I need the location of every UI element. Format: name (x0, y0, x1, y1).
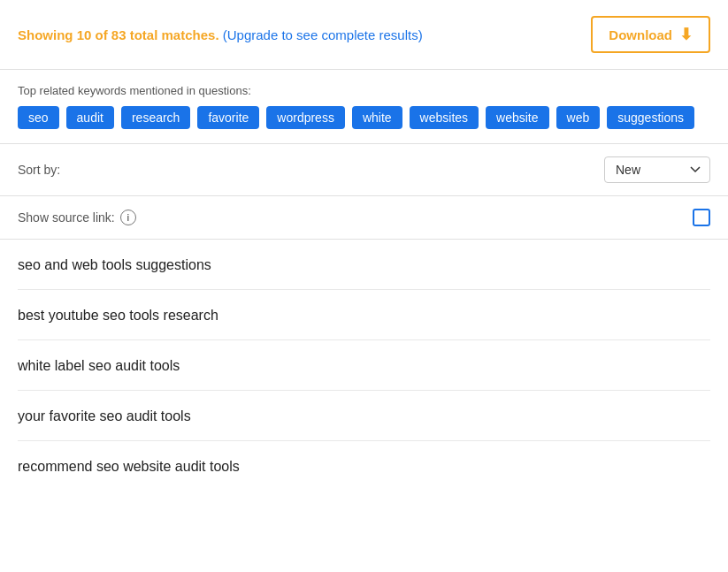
keywords-section: Top related keywords mentioned in questi… (0, 70, 728, 144)
match-count: Showing 10 of 83 total matches. (18, 27, 219, 42)
keyword-tag-suggestions[interactable]: suggestions (607, 106, 694, 129)
sort-bar: Sort by: NewTopOld (0, 144, 728, 196)
sort-label: Sort by: (18, 163, 60, 177)
source-bar: Show source link: i (0, 196, 728, 240)
top-bar: Showing 10 of 83 total matches. (Upgrade… (0, 0, 728, 70)
keyword-tag-white[interactable]: white (352, 106, 402, 129)
keywords-label: Top related keywords mentioned in questi… (18, 84, 710, 97)
download-button[interactable]: Download ⬇︎ (591, 16, 710, 53)
result-item-1: best youtube seo tools research (18, 290, 710, 340)
result-item-0: seo and web tools suggestions (18, 240, 710, 290)
result-item-3: your favorite seo audit tools (18, 391, 710, 441)
info-icon: i (120, 210, 136, 225)
keyword-tag-favorite[interactable]: favorite (197, 106, 259, 129)
source-label-text: Show source link: (18, 210, 115, 225)
sort-select-wrapper: NewTopOld (604, 156, 710, 183)
source-label: Show source link: i (18, 210, 136, 225)
keyword-tag-website[interactable]: website (486, 106, 548, 129)
keyword-tag-web[interactable]: web (556, 106, 601, 129)
keyword-tag-websites[interactable]: websites (410, 106, 479, 129)
keywords-row: seoauditresearchfavoritewordpresswhitewe… (18, 106, 710, 129)
upgrade-link[interactable]: (Upgrade to see complete results) (223, 27, 423, 42)
main-container: Showing 10 of 83 total matches. (Upgrade… (0, 0, 728, 491)
result-item-4: recommend seo website audit tools (18, 441, 710, 491)
keyword-tag-seo[interactable]: seo (18, 106, 59, 129)
match-summary: Showing 10 of 83 total matches. (Upgrade… (18, 27, 423, 42)
results-list: seo and web tools suggestionsbest youtub… (0, 240, 728, 491)
download-label: Download (609, 27, 672, 42)
keyword-tag-audit[interactable]: audit (66, 106, 114, 129)
download-icon: ⬇︎ (679, 25, 693, 44)
keyword-tag-wordpress[interactable]: wordpress (266, 106, 345, 129)
source-checkbox[interactable] (693, 209, 710, 226)
keyword-tag-research[interactable]: research (121, 106, 190, 129)
sort-select[interactable]: NewTopOld (604, 156, 710, 183)
result-item-2: white label seo audit tools (18, 340, 710, 391)
